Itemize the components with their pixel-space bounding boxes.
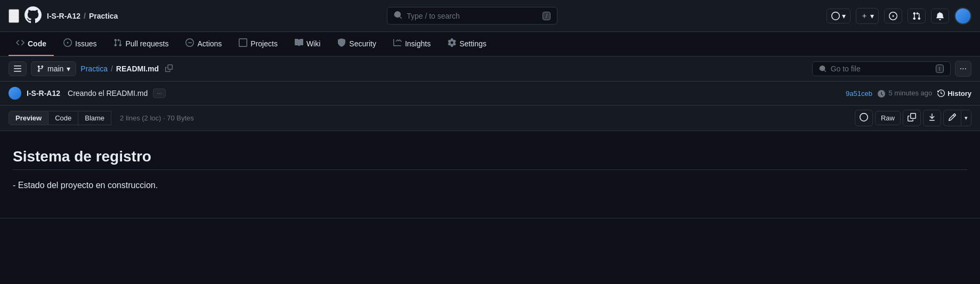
tab-preview[interactable]: Preview xyxy=(9,111,48,125)
goto-file-kbd: t xyxy=(936,64,944,73)
branch-selector[interactable]: main ▾ xyxy=(31,61,76,76)
pull-requests-button[interactable] xyxy=(908,9,926,23)
commit-author-avatar[interactable] xyxy=(9,87,21,100)
edit-dropdown: ▾ xyxy=(943,110,971,126)
chevron-down-icon: ▾ xyxy=(870,12,874,20)
search-placeholder-text: Type / to search xyxy=(407,12,460,20)
tab-pr-label: Pull requests xyxy=(125,39,168,48)
projects-icon xyxy=(239,38,247,48)
search-icon xyxy=(394,11,402,21)
more-options-button[interactable]: ··· xyxy=(955,61,971,77)
edit-button[interactable] xyxy=(943,110,961,126)
breadcrumb-slash: / xyxy=(111,64,113,73)
plus-button[interactable]: ＋ ▾ xyxy=(856,8,879,24)
copy-path-button[interactable] xyxy=(162,63,176,75)
tab-actions[interactable]: Actions xyxy=(178,32,229,56)
commit-row: I-S-R-A12 Creando el READMI.md ··· 9a51c… xyxy=(0,82,980,106)
commit-expand-button[interactable]: ··· xyxy=(153,88,166,98)
goto-file-container: Go to file t ··· xyxy=(812,61,971,77)
actions-icon xyxy=(185,38,194,48)
copilot-button[interactable]: ▾ xyxy=(827,9,851,23)
readme-title: Sistema de registro xyxy=(13,148,967,170)
commit-sha[interactable]: 9a51ceb xyxy=(846,90,872,98)
breadcrumb-sep: / xyxy=(84,12,86,20)
goto-file-placeholder: Go to file xyxy=(831,64,861,73)
history-label: History xyxy=(947,90,971,98)
tab-security[interactable]: Security xyxy=(330,32,384,56)
tab-projects-label: Projects xyxy=(250,39,278,48)
hamburger-button[interactable]: ☰ xyxy=(9,9,19,23)
tab-code-label: Code xyxy=(28,39,46,48)
commit-message: Creando el READMI.md xyxy=(68,89,148,98)
branch-name: main xyxy=(47,64,63,73)
search-bar[interactable]: Type / to search / xyxy=(387,7,557,25)
file-breadcrumb: Practica / READMI.md xyxy=(80,63,807,75)
tab-security-label: Security xyxy=(349,39,376,48)
file-content: Sistema de registro - Estado del proyect… xyxy=(0,131,980,218)
chevron-down-icon: ▾ xyxy=(842,12,846,20)
tab-insights[interactable]: Insights xyxy=(386,32,438,56)
tab-code[interactable]: Code xyxy=(9,32,54,56)
pr-icon xyxy=(114,38,122,48)
toggle-sidebar-button[interactable] xyxy=(9,61,27,76)
issues-inbox-button[interactable] xyxy=(884,9,902,23)
wiki-icon xyxy=(295,38,303,48)
avatar[interactable] xyxy=(954,7,971,25)
file-meta: 2 lines (2 loc) · 70 Bytes xyxy=(120,114,194,122)
goto-file-input[interactable]: Go to file t xyxy=(812,61,951,76)
file-viewer-toolbar: Preview Code Blame 2 lines (2 loc) · 70 … xyxy=(0,106,980,131)
download-button[interactable] xyxy=(923,110,941,126)
tab-actions-label: Actions xyxy=(197,39,222,48)
security-icon xyxy=(337,38,346,48)
tab-blame[interactable]: Blame xyxy=(78,111,111,125)
notifications-button[interactable] xyxy=(931,9,949,23)
tab-issues-label: Issues xyxy=(75,39,96,48)
file-header-bar: main ▾ Practica / READMI.md Go to file t… xyxy=(0,56,980,82)
tab-wiki-label: Wiki xyxy=(306,39,320,48)
settings-icon xyxy=(448,38,456,48)
top-nav-center: Type / to search / xyxy=(124,7,820,25)
breadcrumb-nav: I-S-R-A12 / Practica xyxy=(47,12,118,20)
insights-icon xyxy=(393,38,402,48)
copilot-file-button[interactable] xyxy=(855,110,873,126)
tab-settings[interactable]: Settings xyxy=(440,32,494,56)
breadcrumb-filename: READMI.md xyxy=(116,64,159,73)
edit-caret-button[interactable]: ▾ xyxy=(961,110,971,126)
branch-chevron-icon: ▾ xyxy=(67,64,70,73)
breadcrumb-practica[interactable]: Practica xyxy=(80,64,108,73)
tab-wiki[interactable]: Wiki xyxy=(287,32,328,56)
history-button[interactable]: History xyxy=(937,90,971,98)
tab-issues[interactable]: Issues xyxy=(56,32,104,56)
issues-icon xyxy=(63,38,72,48)
readme-body: - Estado del proyecto en construccion. xyxy=(13,178,967,192)
top-nav: ☰ I-S-R-A12 / Practica Type / to search … xyxy=(0,0,980,32)
commit-time: 5 minutes ago xyxy=(878,89,932,98)
code-icon xyxy=(16,38,25,48)
breadcrumb-repo[interactable]: Practica xyxy=(89,12,118,20)
commit-right-section: 9a51ceb 5 minutes ago History xyxy=(846,89,971,98)
github-logo[interactable] xyxy=(25,6,42,25)
top-nav-left: ☰ I-S-R-A12 / Practica xyxy=(9,6,118,25)
repo-tabs: Code Issues Pull requests Actions xyxy=(0,32,980,56)
tab-code[interactable]: Code xyxy=(48,111,78,125)
tab-projects[interactable]: Projects xyxy=(231,32,285,56)
breadcrumb-owner[interactable]: I-S-R-A12 xyxy=(47,12,80,20)
commit-author-name[interactable]: I-S-R-A12 xyxy=(27,89,60,98)
tab-pull-requests[interactable]: Pull requests xyxy=(106,32,176,56)
tab-insights-label: Insights xyxy=(405,39,431,48)
top-nav-right: ▾ ＋ ▾ xyxy=(827,7,971,25)
file-actions-right: Raw ▾ xyxy=(855,110,971,126)
search-kbd: / xyxy=(542,12,550,20)
tab-settings-label: Settings xyxy=(459,39,487,48)
raw-button[interactable]: Raw xyxy=(875,111,901,125)
copy-raw-button[interactable] xyxy=(903,110,921,126)
file-viewer: Preview Code Blame 2 lines (2 loc) · 70 … xyxy=(0,106,980,218)
